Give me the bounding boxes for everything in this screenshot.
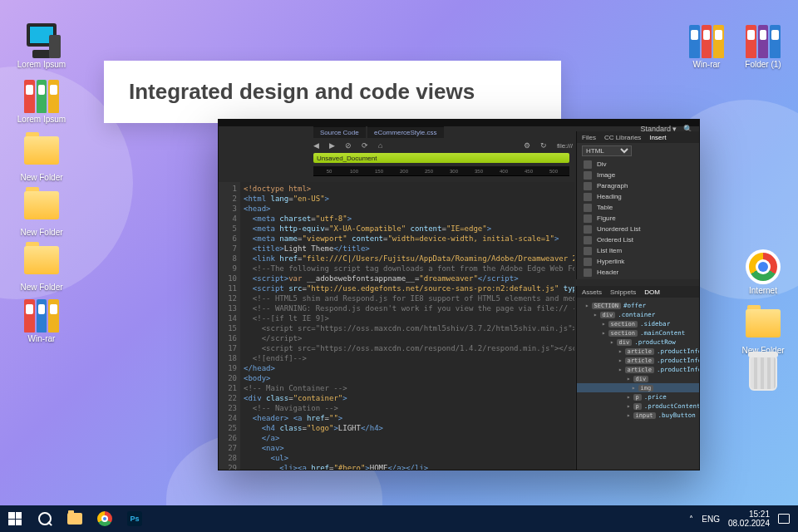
icon-label: Lorem Ipsum	[17, 60, 66, 69]
insert-category-select[interactable]: HTML	[582, 145, 632, 156]
dom-node[interactable]: ▸input .buyButton	[580, 411, 696, 420]
tab-assets[interactable]: Assets	[582, 288, 602, 296]
insert-item-list item[interactable]: List Item	[577, 245, 699, 256]
item-icon	[584, 247, 592, 255]
desktop-icon-folder-1[interactable]: Folder (1)	[738, 23, 788, 69]
insert-item-table[interactable]: Table	[577, 202, 699, 213]
language-indicator[interactable]: ENG	[702, 515, 720, 524]
icon-label: New Folder	[17, 228, 66, 237]
clock-time: 15:21	[728, 510, 770, 519]
icon-label: New Folder	[17, 173, 66, 182]
title-card: Integrated design and code views	[104, 61, 561, 123]
insert-item-unordered list[interactable]: Unordered List	[577, 224, 699, 234]
insert-item-paragraph[interactable]: Paragraph	[577, 180, 699, 191]
insert-item-figure[interactable]: Figure	[577, 213, 699, 224]
insert-item-div[interactable]: Div	[577, 159, 699, 170]
item-icon	[584, 236, 592, 244]
forward-icon[interactable]: ▶	[329, 141, 335, 150]
item-icon	[584, 204, 592, 212]
taskbar: Ps ˄ ENG 15:21 08.02.2024	[0, 505, 798, 532]
insert-panel: Files CC Libraries Insert HTML DivImageP…	[576, 131, 699, 279]
desktop-icon-newfolder-1[interactable]: New Folder	[17, 133, 66, 182]
notifications-icon[interactable]	[778, 514, 790, 524]
desktop-icon-newfolder-r[interactable]: New Folder	[738, 306, 788, 355]
folder-icon	[24, 191, 59, 226]
folder-icon	[24, 136, 59, 171]
dom-node[interactable]: ▸section .mainContent	[580, 328, 696, 337]
dom-node[interactable]: ▸div .container	[580, 310, 696, 319]
tab-insert[interactable]: Insert	[649, 134, 666, 141]
dom-node[interactable]: ▸article .productInfo	[580, 356, 696, 365]
home-icon[interactable]: ⌂	[378, 141, 382, 150]
dreamweaver-window: Standard ▾ 🔍 Source Code eCommerceStyle.…	[218, 119, 700, 470]
clock-date: 08.02.2024	[728, 519, 770, 528]
dom-node[interactable]: ▸article .productInfo	[580, 347, 696, 356]
binders-icon	[24, 78, 59, 113]
icon-label: Win-rar	[17, 334, 66, 343]
chrome-button[interactable]	[90, 505, 120, 532]
desktop-icon-lorem-binders[interactable]: Lorem Ipsum	[17, 78, 66, 124]
file-explorer-button[interactable]	[60, 505, 90, 532]
desktop-icon-newfolder-3[interactable]: New Folder	[17, 243, 66, 292]
window-titlebar[interactable]	[219, 120, 699, 126]
insert-item-image[interactable]: Image	[577, 170, 699, 180]
insert-item-hyperlink[interactable]: Hyperlink	[577, 256, 699, 267]
item-icon	[584, 160, 592, 169]
tab-dom[interactable]: DOM	[644, 288, 660, 296]
dom-node[interactable]: ▸p .price	[580, 392, 696, 401]
refresh-icon[interactable]: ⟳	[362, 141, 368, 150]
insert-item-ordered list[interactable]: Ordered List	[577, 234, 699, 245]
address-prefix: file:///	[557, 142, 573, 150]
tab-snippets[interactable]: Snippets	[610, 288, 636, 296]
item-icon	[584, 258, 592, 266]
dom-node[interactable]: ▸img	[577, 383, 699, 392]
photoshop-button[interactable]: Ps	[120, 505, 150, 532]
insert-item-header[interactable]: Header	[577, 267, 699, 278]
desktop-icon-winrar-right[interactable]: Win-rar	[682, 23, 732, 69]
item-icon	[584, 182, 592, 190]
dom-node[interactable]: ▸div	[580, 374, 696, 383]
code-editor[interactable]: 1234567891011121314151617181920212223242…	[219, 182, 574, 470]
dom-node[interactable]: ▸section .sidebar	[580, 319, 696, 328]
insert-item-heading[interactable]: Heading	[577, 191, 699, 202]
icon-label: New Folder	[17, 283, 66, 292]
icon-label: Win-rar	[682, 60, 732, 69]
dom-node[interactable]: ▸article .productInfo	[580, 365, 696, 374]
chrome-icon	[746, 249, 781, 284]
address-bar[interactable]: Unsaved_Document	[313, 153, 569, 163]
tab-files[interactable]: Files	[582, 134, 596, 141]
tray-chevron-icon[interactable]: ˄	[689, 515, 693, 524]
desktop-icon-internet[interactable]: Internet	[738, 249, 788, 295]
tab-stylesheet[interactable]: eCommerceStyle.css	[367, 126, 444, 138]
desktop-icon-winrar-left[interactable]: Win-rar	[17, 298, 66, 343]
dom-node[interactable]: ▸p .productContent	[580, 401, 696, 411]
clock[interactable]: 15:21 08.02.2024	[728, 510, 770, 528]
item-icon	[584, 171, 592, 180]
code-content[interactable]: <!doctype html><html lang="en-US"><head>…	[240, 182, 574, 470]
stop-icon[interactable]: ⊘	[345, 141, 352, 150]
tab-cclibraries[interactable]: CC Libraries	[604, 134, 641, 141]
tab-source-code[interactable]: Source Code	[313, 126, 366, 138]
back-icon[interactable]: ◀	[313, 141, 319, 150]
search-button[interactable]	[30, 505, 60, 532]
start-button[interactable]	[0, 505, 30, 532]
icon-label: Internet	[738, 286, 788, 295]
dom-panel-tabs: Assets Snippets DOM	[577, 286, 699, 298]
line-gutter: 1234567891011121314151617181920212223242…	[219, 182, 240, 470]
dom-node[interactable]: ▸SECTION #offer	[580, 301, 696, 310]
pc-icon	[24, 23, 59, 58]
ruler: 50100150200250300350400450500	[313, 166, 569, 176]
folder-icon	[24, 246, 59, 281]
dom-tree[interactable]: ▸SECTION #offer▸div .container▸section .…	[577, 298, 699, 423]
reload-icon[interactable]: ↻	[540, 141, 547, 150]
item-icon	[584, 193, 592, 201]
dom-node[interactable]: ▸div .productRow	[580, 337, 696, 347]
desktop-icon-lorem-pc[interactable]: Lorem Ipsum	[17, 23, 66, 69]
desktop-icon-trash[interactable]	[738, 356, 788, 392]
settings-icon[interactable]: ⚙	[524, 141, 530, 150]
address-text: Unsaved_Document	[317, 155, 377, 162]
icon-label: Folder (1)	[738, 60, 788, 69]
binders-icon	[24, 298, 59, 332]
document-toolbar: ◀ ▶ ⊘ ⟳ ⌂ ⚙ ↻ file:///	[313, 138, 573, 153]
desktop-icon-newfolder-2[interactable]: New Folder	[17, 188, 66, 237]
